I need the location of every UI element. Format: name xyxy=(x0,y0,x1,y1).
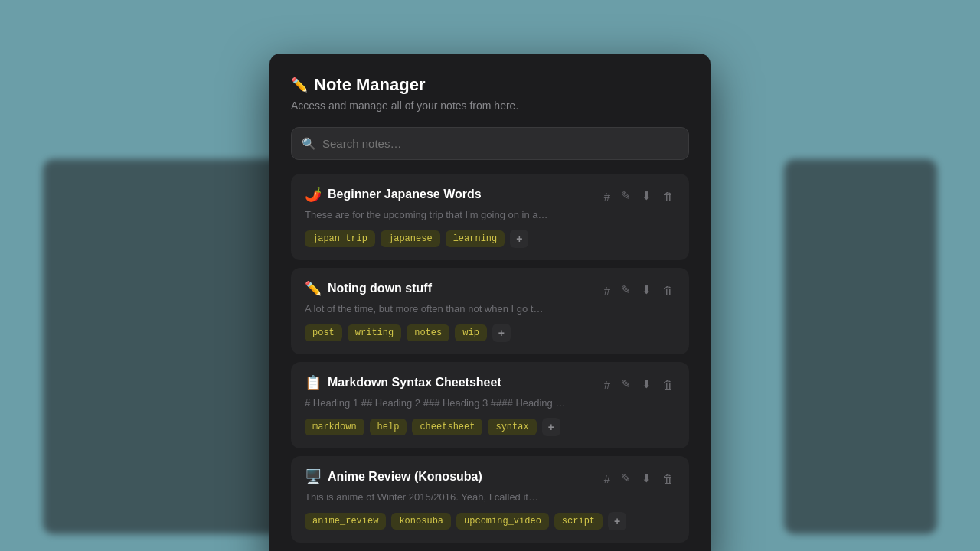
delete-button[interactable]: 🗑 xyxy=(661,377,675,393)
note-tags: japan tripjapaneselearning + xyxy=(305,230,675,248)
note-emoji: 🖥️ xyxy=(305,468,322,485)
note-card-2: 📋 Markdown Syntax Cheetsheet # ✎ ⬇ 🗑 # H… xyxy=(291,362,689,448)
note-tags: postwritingnoteswip + xyxy=(305,324,675,342)
tag[interactable]: writing xyxy=(348,324,401,341)
tag[interactable]: script xyxy=(554,513,603,530)
note-title-row: 🖥️ Anime Review (Konosuba) xyxy=(305,468,482,485)
tag[interactable]: japanese xyxy=(381,230,440,247)
note-title: Beginner Japanese Words xyxy=(328,187,482,201)
edit-button[interactable]: ✎ xyxy=(619,376,632,393)
note-emoji: 📋 xyxy=(305,374,322,391)
add-tag-button[interactable]: + xyxy=(608,512,626,530)
note-header: 🖥️ Anime Review (Konosuba) # ✎ ⬇ 🗑 xyxy=(305,468,675,487)
note-preview: These are for the upcoming trip that I'm… xyxy=(305,209,672,220)
title-icon: ✏️ xyxy=(291,77,308,93)
note-emoji: 🌶️ xyxy=(305,186,322,203)
add-tag-button[interactable]: + xyxy=(510,230,528,248)
note-preview: # Heading 1 ## Heading 2 ### Heading 3 #… xyxy=(305,397,672,409)
note-title: Noting down stuff xyxy=(328,282,432,295)
tag[interactable]: japan trip xyxy=(305,230,375,247)
edit-button[interactable]: ✎ xyxy=(619,187,632,204)
add-tag-button[interactable]: + xyxy=(492,324,511,342)
note-tags: anime_reviewkonosubaupcoming_videoscript… xyxy=(305,512,675,530)
search-icon: 🔍 xyxy=(302,137,316,151)
tag-action-button[interactable]: # xyxy=(603,377,612,393)
tag[interactable]: post xyxy=(305,324,342,341)
note-actions: # ✎ ⬇ 🗑 xyxy=(603,376,675,393)
title-row: ✏️ Note Manager xyxy=(291,75,689,95)
download-button[interactable]: ⬇ xyxy=(640,187,653,204)
tag-action-button[interactable]: # xyxy=(603,188,612,204)
delete-button[interactable]: 🗑 xyxy=(661,471,675,487)
tag[interactable]: help xyxy=(370,419,407,435)
add-tag-button[interactable]: + xyxy=(542,418,560,436)
tag-action-button[interactable]: # xyxy=(603,471,612,487)
tag[interactable]: notes xyxy=(407,324,449,341)
app-title: Note Manager xyxy=(314,75,425,95)
tag[interactable]: anime_review xyxy=(305,513,386,530)
tag[interactable]: syntax xyxy=(488,419,536,435)
note-emoji: ✏️ xyxy=(305,280,322,297)
notes-list: 🌶️ Beginner Japanese Words # ✎ ⬇ 🗑 These… xyxy=(291,174,689,543)
bg-panel-right xyxy=(784,159,937,534)
note-title: Anime Review (Konosuba) xyxy=(328,470,482,484)
note-title-row: 🌶️ Beginner Japanese Words xyxy=(305,186,482,203)
download-button[interactable]: ⬇ xyxy=(640,282,653,298)
download-button[interactable]: ⬇ xyxy=(640,376,653,393)
tag-action-button[interactable]: # xyxy=(603,282,612,298)
note-tags: markdownhelpcheetsheetsyntax + xyxy=(305,418,675,436)
note-header: 🌶️ Beginner Japanese Words # ✎ ⬇ 🗑 xyxy=(305,186,675,204)
note-title: Markdown Syntax Cheetsheet xyxy=(328,376,501,390)
note-manager-modal: ✏️ Note Manager Access and manage all of… xyxy=(270,54,710,551)
tag[interactable]: wip xyxy=(455,324,487,341)
tag[interactable]: markdown xyxy=(305,419,364,435)
edit-button[interactable]: ✎ xyxy=(619,282,632,298)
note-preview: This is anime of Winter 2015/2016. Yeah,… xyxy=(305,491,672,503)
note-actions: # ✎ ⬇ 🗑 xyxy=(603,282,675,298)
note-card-3: 🖥️ Anime Review (Konosuba) # ✎ ⬇ 🗑 This … xyxy=(291,456,689,543)
modal-header: ✏️ Note Manager Access and manage all of… xyxy=(291,75,689,112)
tag[interactable]: learning xyxy=(446,230,505,247)
search-container: 🔍 xyxy=(291,127,689,160)
note-card-1: ✏️ Noting down stuff # ✎ ⬇ 🗑 A lot of th… xyxy=(291,268,689,354)
note-header: 📋 Markdown Syntax Cheetsheet # ✎ ⬇ 🗑 xyxy=(305,374,675,393)
delete-button[interactable]: 🗑 xyxy=(661,188,675,204)
note-card-0: 🌶️ Beginner Japanese Words # ✎ ⬇ 🗑 These… xyxy=(291,174,689,260)
search-input[interactable] xyxy=(291,127,689,160)
tag[interactable]: upcoming_video xyxy=(456,513,549,530)
delete-button[interactable]: 🗑 xyxy=(661,282,675,298)
note-actions: # ✎ ⬇ 🗑 xyxy=(603,470,675,487)
note-header: ✏️ Noting down stuff # ✎ ⬇ 🗑 xyxy=(305,280,675,298)
edit-button[interactable]: ✎ xyxy=(619,470,632,487)
tag[interactable]: konosuba xyxy=(391,513,451,530)
download-button[interactable]: ⬇ xyxy=(640,470,653,487)
note-preview: A lot of the time, but more often than n… xyxy=(305,303,672,315)
app-subtitle: Access and manage all of your notes from… xyxy=(291,99,689,112)
tag[interactable]: cheetsheet xyxy=(412,419,482,435)
note-actions: # ✎ ⬇ 🗑 xyxy=(603,187,675,204)
note-title-row: 📋 Markdown Syntax Cheetsheet xyxy=(305,374,501,391)
note-title-row: ✏️ Noting down stuff xyxy=(305,280,432,297)
